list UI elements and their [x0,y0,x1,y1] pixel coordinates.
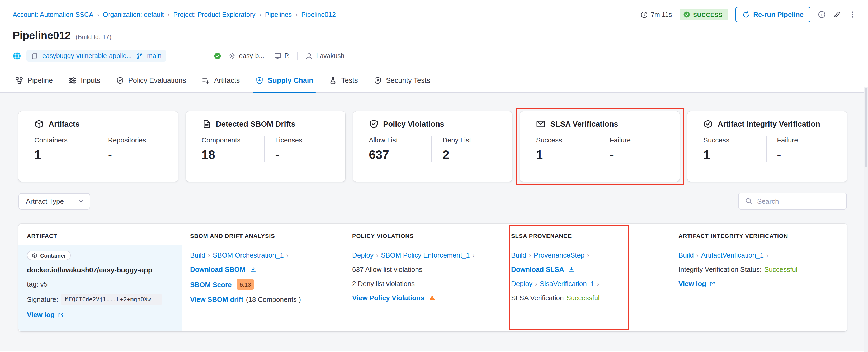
sbom-drift-line: View SBOM drift (18 Components ) [190,295,301,304]
view-policy-violations-link[interactable]: View Policy Violations [352,293,425,302]
search-box[interactable] [738,193,847,210]
download-slsa-link[interactable]: Download SLSA [511,265,564,274]
card-title: SLSA Verifications [551,120,618,128]
download-sbom-link[interactable]: Download SBOM [190,265,245,274]
chevron-down-icon [78,198,85,204]
environment-label: P. [284,52,289,60]
stage-link[interactable]: Deploy [511,279,532,288]
card-slsa-verifications: SLSA Verifications Success 1 Failure - [520,111,680,182]
repository-icon [31,53,38,59]
step-link[interactable]: ProvenanceStep [534,251,585,260]
app-window: Account: Automation-SSCA › Organization:… [0,0,868,352]
card-policy-violations: Policy Violations Allow List 637 Deny Li… [353,111,513,182]
service-label: easy-b... [239,52,264,60]
environment-item[interactable]: P. [274,52,289,60]
rerun-pipeline-button[interactable]: Re-run Pipeline [735,7,810,22]
branch-link[interactable]: main [147,52,161,60]
stage-link[interactable]: Build [678,251,694,260]
top-bar: Account: Automation-SSCA › Organization:… [0,0,868,22]
stage-link[interactable]: Deploy [352,251,374,260]
more-options-button[interactable] [848,10,857,19]
cell-slsa-provenance: Build › ProvenanceStep › Download SLSA D… [503,246,670,331]
meta-divider [297,52,298,60]
tab-security-tests[interactable]: Security Tests [366,68,438,92]
status-badge: SUCCESS [679,9,728,20]
allow-list-violations: 637 Allow list violations [352,265,423,274]
metric-slsa-success: Success 1 [536,136,599,162]
stage-link[interactable]: Build [190,251,206,260]
sbom-score-link[interactable]: SBOM Score [190,280,232,289]
breadcrumb-separator: › [97,11,99,18]
view-log-line: View log [678,279,715,288]
globe-icon [13,52,21,60]
card-head: Artifacts [34,119,170,129]
tab-tests[interactable]: Tests [321,68,366,92]
view-sbom-drift-link[interactable]: View SBOM drift [190,295,243,304]
card-head: Artifact Integrity Verification [703,119,839,129]
integrity-step-crumbs: Build › ArtifactVerification_1 › [678,251,769,260]
step-link[interactable]: SBOM Orchestration_1 [213,251,284,260]
triggered-by-user[interactable]: Lavakush [305,52,344,60]
edit-pipeline-button[interactable] [833,10,841,19]
pipeline-icon [15,76,23,84]
info-icon [818,10,826,19]
metric-containers: Containers 1 [34,136,97,162]
pipeline-duration: 7m 11s [640,11,672,18]
breadcrumb-organization[interactable]: Organization: default [103,11,164,18]
topbar-actions: 7m 11s SUCCESS Re-run Pipeline [640,7,857,22]
tab-label: Artifacts [214,76,240,84]
artifact-type-dropdown[interactable]: Artifact Type [19,193,90,209]
slsa-provenance-crumbs: Build › ProvenanceStep › [511,251,589,260]
stage-link[interactable]: Build [511,251,526,260]
card-title: Detected SBOM Drifts [216,120,296,128]
vertical-scrollbar[interactable] [864,87,868,352]
scrollbar-thumb[interactable] [865,88,867,167]
tab-artifacts[interactable]: Artifacts [194,68,248,92]
tab-policy-evaluations[interactable]: Policy Evaluations [108,68,194,92]
download-icon [249,266,256,273]
tab-bar: Pipeline Inputs Policy Evaluations Artif… [0,68,868,93]
pencil-icon [833,10,841,19]
service-item[interactable]: easy-b... [228,52,264,60]
tab-supply-chain[interactable]: Supply Chain [248,68,321,92]
breadcrumb-pipelines[interactable]: Pipelines [265,11,292,18]
breadcrumb-pipeline012[interactable]: Pipeline012 [301,11,336,18]
duration-text: 7m 11s [651,11,672,18]
metric-integrity-success: Success 1 [703,136,766,162]
repo-branch-pill: easybuggy-vulnerable-applic... main [26,50,166,62]
card-head: Detected SBOM Drifts [202,119,338,129]
column-header-sbom: SBOM AND DRIFT ANALYSIS [182,233,344,239]
deny-list-violations: 2 Deny list violations [352,279,415,288]
user-label: Lavakush [316,52,344,60]
container-type-chip: Container [27,251,71,260]
breadcrumb: Account: Automation-SSCA › Organization:… [13,11,336,18]
tab-inputs[interactable]: Inputs [61,68,108,92]
breadcrumb-project[interactable]: Project: Product Exploratory [173,11,255,18]
metric-licenses: Licenses - [264,136,338,162]
tab-pipeline[interactable]: Pipeline [7,68,61,92]
breadcrumb-separator: › [296,11,298,18]
breadcrumb-account[interactable]: Account: Automation-SSCA [13,11,93,18]
card-artifacts: Artifacts Containers 1 Repositories - [19,111,178,182]
card-artifact-integrity: Artifact Integrity Verification Success … [687,111,847,182]
view-log-link[interactable]: View log [27,310,55,319]
artifacts-list-icon [202,76,210,84]
environment-icon [274,52,281,60]
tab-label: Supply Chain [268,76,313,84]
signature-value: MEQCICde2Vjl...L+2+mqnOXw== [61,294,162,305]
status-label: SUCCESS [693,11,722,18]
step-link[interactable]: ArtifactVerification_1 [701,251,764,260]
drift-components-count: (18 Components ) [246,295,301,304]
search-input[interactable] [757,197,840,205]
integrity-verification-status: Integrity Verification Status: Successfu… [678,265,798,274]
step-link[interactable]: SlsaVerification_1 [540,279,594,288]
status-dot-icon [214,52,221,60]
view-log-link[interactable]: View log [678,279,706,288]
metric-deny-list: Deny List 2 [431,136,505,162]
info-button[interactable] [818,10,826,19]
supply-chain-shield-icon [255,76,264,84]
step-link[interactable]: SBOM Policy Enforcement_1 [381,251,470,260]
cell-sbom-drift: Build › SBOM Orchestration_1 › Download … [182,246,344,331]
flask-icon [329,76,337,84]
repository-link[interactable]: easybuggy-vulnerable-applic... [42,52,132,60]
